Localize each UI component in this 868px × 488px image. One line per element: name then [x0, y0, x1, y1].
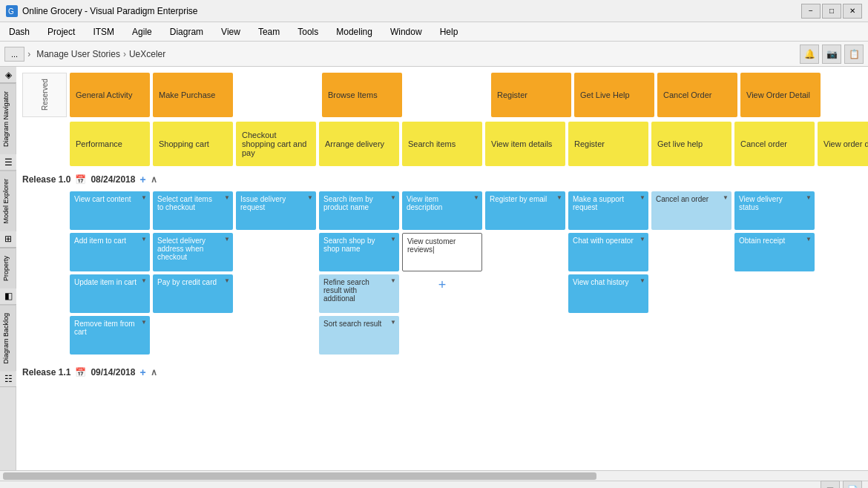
story-remove-item-cart[interactable]: ▼ Remove item from cart [70, 316, 150, 355]
feature-register[interactable]: Register [568, 122, 648, 166]
story-add-item-cart[interactable]: ▼ Add item to cart [70, 233, 150, 271]
story-issue-delivery[interactable]: ▼ Issue delivery request [236, 191, 316, 230]
menu-itsm[interactable]: ITSM [84, 24, 123, 40]
dropdown-arrow[interactable]: ▼ [224, 194, 230, 201]
text-cursor [433, 245, 435, 254]
epic-view-order-detail[interactable]: View Order Detail [740, 73, 821, 117]
feature-shopping-cart[interactable]: Shopping cart [153, 122, 233, 166]
feature-search-items[interactable]: Search items [402, 122, 482, 166]
menu-tools[interactable]: Tools [289, 24, 327, 40]
story-chat-operator[interactable]: ▼ Chat with operator [568, 233, 648, 271]
epic-cancel-order[interactable]: Cancel Order [657, 73, 737, 117]
dropdown-arrow[interactable]: ▼ [224, 277, 230, 284]
close-btn[interactable]: ✕ [843, 4, 862, 19]
notification-btn[interactable]: 🔔 [800, 44, 819, 64]
story-view-chat-history[interactable]: ▼ View chat history [568, 274, 648, 313]
dropdown-arrow[interactable]: ▼ [141, 194, 147, 201]
menu-dash[interactable]: Dash [0, 24, 39, 40]
story-select-delivery-address[interactable]: ▼ Select delivery address when checkout [153, 233, 233, 271]
feature-view-item-details[interactable]: View item details [485, 122, 565, 166]
story-select-cart-items[interactable]: ▼ Select cart items to checkout [153, 191, 233, 230]
release-2-add-btn[interactable]: + [139, 366, 145, 378]
story-view-cart-content[interactable]: ▼ View cart content [70, 191, 150, 230]
menu-modeling[interactable]: Modeling [327, 24, 381, 40]
maximize-btn[interactable]: □ [822, 4, 841, 19]
story-view-customer-reviews[interactable]: View customer reviews [402, 233, 482, 271]
feature-performance[interactable]: Performance [70, 122, 150, 166]
menu-project[interactable]: Project [39, 24, 84, 40]
dropdown-arrow[interactable]: ▼ [390, 194, 396, 201]
add-story-btn-view-item[interactable]: + [402, 274, 482, 296]
menu-diagram[interactable]: Diagram [161, 24, 212, 40]
dropdown-arrow[interactable]: ▼ [141, 277, 147, 284]
menu-team[interactable]: Team [249, 24, 289, 40]
back-button[interactable]: ... [4, 47, 24, 62]
minimize-btn[interactable]: − [801, 4, 821, 19]
sidebar-icon-5[interactable]: ☷ [0, 371, 16, 387]
epic-register[interactable]: Register [491, 73, 571, 117]
story-search-shop[interactable]: ▼ Search shop by shop name [319, 233, 399, 271]
feature-arrange-delivery[interactable]: Arrange delivery [319, 122, 399, 166]
feature-view-order-detail[interactable]: View order detail [818, 122, 868, 166]
dropdown-arrow[interactable]: ▼ [390, 277, 396, 284]
dropdown-arrow[interactable]: ▼ [806, 236, 812, 243]
feature-cancel-order[interactable]: Cancel order [734, 122, 815, 166]
release-1-story-grid: ▼ View cart content ▼ Add item to cart ▼… [22, 191, 862, 355]
col-select-cart: ▼ Select cart items to checkout ▼ Select… [153, 191, 233, 355]
dropdown-arrow[interactable]: ▼ [640, 236, 645, 243]
email-icon[interactable]: ✉ [821, 481, 840, 489]
story-sort-search[interactable]: ▼ Sort search result [319, 316, 399, 355]
layout-btn[interactable]: 📋 [844, 44, 864, 64]
menu-help[interactable]: Help [431, 24, 467, 40]
dropdown-arrow[interactable]: ▼ [723, 194, 729, 201]
release-1-add-btn[interactable]: + [139, 174, 145, 185]
menu-agile[interactable]: Agile [123, 24, 161, 40]
dropdown-arrow[interactable]: ▼ [224, 236, 230, 243]
dropdown-arrow[interactable]: ▼ [640, 194, 645, 201]
horizontal-scrollbar[interactable] [0, 470, 868, 481]
epic-general-activity[interactable]: General Activity [70, 73, 150, 117]
story-register-email[interactable]: ▼ Register by email [485, 191, 565, 230]
dropdown-arrow[interactable]: ▼ [141, 319, 147, 326]
dropdown-arrow[interactable]: ▼ [556, 194, 562, 201]
menu-view[interactable]: View [212, 24, 249, 40]
dropdown-arrow[interactable]: ▼ [307, 194, 313, 201]
story-refine-search[interactable]: ▼ Refine search result with additional [319, 274, 399, 313]
scrollbar-thumb[interactable] [3, 472, 596, 480]
story-view-delivery-status[interactable]: ▼ View delivery status [734, 191, 815, 230]
story-map: Reserved General Activity Make Purchase … [16, 67, 868, 470]
release-1-collapse-btn[interactable]: ∧ [151, 174, 157, 185]
story-update-item-cart[interactable]: ▼ Update item in cart [70, 274, 150, 313]
sidebar-icon-2[interactable]: ☰ [0, 154, 16, 171]
dropdown-arrow[interactable]: ▼ [473, 194, 479, 201]
dropdown-arrow[interactable]: ▼ [390, 236, 396, 243]
doc-icon[interactable]: 📄 [843, 481, 862, 489]
breadcrumb-manage-user-stories[interactable]: Manage User Stories [36, 49, 120, 59]
sidebar-icon-4[interactable]: ◧ [0, 288, 16, 305]
story-obtain-receipt[interactable]: ▼ Obtain receipt [734, 233, 815, 271]
sidebar-diagram-navigator[interactable]: Diagram Navigator [0, 83, 16, 154]
sidebar-diagram-backlog[interactable]: Diagram Backlog [0, 305, 16, 372]
feature-get-live-help[interactable]: Get live help [651, 122, 731, 166]
feature-checkout[interactable]: Checkout shopping cart and pay [236, 122, 316, 166]
camera-btn[interactable]: 📷 [822, 44, 841, 64]
story-make-support[interactable]: ▼ Make a support request [568, 191, 648, 230]
sidebar-icon-1[interactable]: ◈ [0, 67, 16, 83]
story-view-item-description[interactable]: ▼ View item description [402, 191, 482, 230]
story-cancel-order[interactable]: ▼ Cancel an order [651, 191, 731, 230]
story-search-product[interactable]: ▼ Search item by product name [319, 191, 399, 230]
sidebar-icon-3[interactable]: ⊞ [0, 231, 16, 248]
breadcrumb-uexceler[interactable]: UeXceler [129, 49, 165, 59]
sidebar-model-explorer[interactable]: Model Explorer [0, 171, 16, 231]
dropdown-arrow[interactable]: ▼ [141, 236, 147, 243]
dropdown-arrow[interactable]: ▼ [390, 319, 396, 326]
dropdown-arrow[interactable]: ▼ [806, 194, 812, 201]
release-2-collapse-btn[interactable]: ∧ [151, 367, 157, 377]
sidebar-property[interactable]: Property [0, 248, 16, 288]
epic-browse-items[interactable]: Browse Items [322, 73, 402, 117]
epic-get-live-help[interactable]: Get Live Help [574, 73, 654, 117]
dropdown-arrow[interactable]: ▼ [640, 277, 645, 284]
menu-window[interactable]: Window [381, 24, 431, 40]
story-pay-credit-card[interactable]: ▼ Pay by credit card [153, 274, 233, 313]
epic-make-purchase[interactable]: Make Purchase [153, 73, 233, 117]
